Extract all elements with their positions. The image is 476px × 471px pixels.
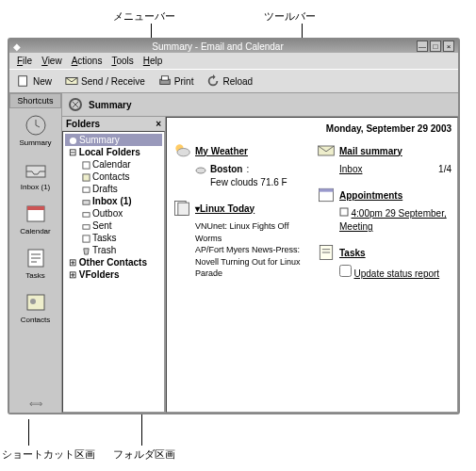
reload-icon [206, 74, 220, 88]
shortcut-label: Calendar [20, 227, 50, 236]
print-label: Print [174, 76, 194, 87]
tree-item[interactable]: Tasks [78, 232, 162, 244]
svg-rect-7 [27, 206, 44, 210]
contacts-icon [25, 291, 47, 314]
tree-vfolders[interactable]: ⊞ VFolders [65, 268, 162, 281]
tree-item[interactable]: Calendar [78, 158, 162, 171]
shortcut-contacts[interactable]: Contacts [9, 285, 61, 330]
annotation-menubar: メニューバー [113, 9, 175, 24]
task-checkbox[interactable] [339, 265, 352, 277]
svg-rect-16 [83, 201, 90, 205]
svg-point-22 [196, 168, 205, 173]
new-button[interactable]: New [13, 73, 56, 89]
tasks-small-icon [82, 235, 90, 243]
task-link[interactable]: Update status report [354, 268, 440, 279]
folder-tree: Summary ⊟ Local Folders Calendar Contact… [62, 131, 165, 413]
trash-small-icon [82, 247, 90, 255]
tasks-section-icon [317, 243, 336, 262]
calendar-small-icon [82, 161, 90, 170]
svg-point-12 [70, 138, 76, 144]
shortcut-label: Inbox (1) [21, 183, 51, 191]
tree-item[interactable]: Contacts [78, 171, 162, 183]
tree-item[interactable]: Inbox (1) [78, 195, 162, 207]
minimize-button[interactable]: — [417, 41, 428, 52]
svg-rect-13 [83, 162, 90, 169]
annotation-folders: フォルダ区画 [113, 447, 175, 462]
appointment-item-icon [339, 207, 349, 217]
mail-summary-header[interactable]: Mail summary [317, 141, 451, 160]
svg-rect-15 [83, 187, 90, 192]
current-date: Monday, September 29 2003 [172, 123, 451, 134]
tree-item[interactable]: Trash [78, 244, 162, 256]
app-window: ◆ Summary - Email and Calendar — □ × Fil… [8, 38, 460, 414]
reload-button[interactable]: Reload [203, 73, 256, 89]
folder-icon [69, 137, 77, 145]
shortcuts-pane: Shortcuts Summary Inbox (1) Calendar Tas… [9, 93, 62, 413]
svg-rect-17 [83, 213, 90, 218]
folders-pane: Folders × Summary ⊟ Local Folders Calend… [62, 117, 166, 413]
drafts-small-icon [82, 186, 90, 194]
summary-icon [25, 114, 47, 137]
shortcut-inbox[interactable]: Inbox (1) [9, 153, 61, 197]
print-icon [158, 74, 172, 88]
tree-local-folders[interactable]: ⊟ Local Folders [65, 146, 162, 158]
close-button[interactable]: × [443, 41, 454, 52]
shortcut-tasks[interactable]: Tasks [9, 241, 61, 285]
calendar-icon [25, 203, 47, 225]
cloud-icon [195, 164, 206, 175]
annotation-toolbar: ツールバー [264, 9, 316, 24]
shortcuts-grip[interactable]: ⟺ [9, 395, 61, 413]
svg-point-10 [30, 299, 36, 304]
svg-rect-14 [83, 174, 90, 181]
sent-small-icon [82, 222, 90, 231]
shortcut-label: Tasks [25, 271, 44, 280]
appointment-link[interactable]: 4:00pm 29 September, Meeting [339, 208, 447, 232]
menu-actions[interactable]: Actions [68, 55, 107, 67]
tree-item[interactable]: Outbox [78, 207, 162, 219]
inbox-small-icon [82, 198, 90, 206]
shortcut-label: Contacts [21, 316, 51, 324]
tree-other-contacts[interactable]: ⊞ Other Contacts [65, 256, 162, 268]
outbox-small-icon [82, 210, 90, 219]
new-icon [17, 74, 30, 88]
svg-rect-27 [320, 188, 334, 191]
folders-close-button[interactable]: × [156, 119, 161, 129]
menu-file[interactable]: File [13, 55, 36, 67]
shortcut-calendar[interactable]: Calendar [9, 197, 61, 241]
summary-pane: Monday, September 29 2003 My Weather Bos… [166, 117, 458, 413]
shortcut-summary[interactable]: Summary [9, 108, 61, 153]
send-receive-button[interactable]: Send / Receive [61, 73, 149, 89]
tree-item[interactable]: Sent [78, 219, 162, 232]
mail-inbox-link[interactable]: Inbox [339, 163, 362, 176]
contacts-small-icon [82, 173, 90, 182]
appointments-header[interactable]: Appointments [317, 186, 451, 204]
menubar: File View Actions Tools Help [9, 53, 458, 69]
news-header[interactable]: ▾Linux Today [172, 199, 307, 218]
inbox-icon [25, 158, 47, 181]
menu-tools[interactable]: Tools [107, 55, 137, 67]
tree-item[interactable]: Drafts [78, 183, 162, 195]
mail-count: 1/4 [438, 163, 451, 176]
maximize-button[interactable]: □ [430, 41, 441, 52]
weather-header[interactable]: My Weather [172, 141, 307, 160]
menu-view[interactable]: View [38, 55, 66, 67]
tree-summary[interactable]: Summary [65, 134, 162, 146]
send-receive-icon [65, 74, 78, 88]
folders-header: Folders [66, 119, 100, 129]
menu-help[interactable]: Help [140, 55, 167, 67]
appointments-icon [317, 186, 336, 204]
weather-icon [172, 141, 191, 160]
weather-city: Boston [210, 163, 242, 176]
svg-rect-19 [83, 236, 90, 242]
weather-condition: Few clouds 71.6 F [210, 176, 307, 189]
tasks-header[interactable]: Tasks [317, 243, 451, 262]
print-button[interactable]: Print [155, 73, 198, 89]
app-icon: ◆ [13, 41, 21, 52]
svg-rect-24 [178, 203, 189, 215]
svg-rect-0 [19, 76, 27, 87]
svg-rect-18 [83, 225, 90, 230]
summary-header-icon [68, 97, 83, 112]
news-body: VNUnet: Linux Fights Off Worms AP/Fort M… [195, 220, 307, 280]
shortcut-label: Summary [19, 138, 51, 147]
mail-icon [317, 141, 336, 160]
